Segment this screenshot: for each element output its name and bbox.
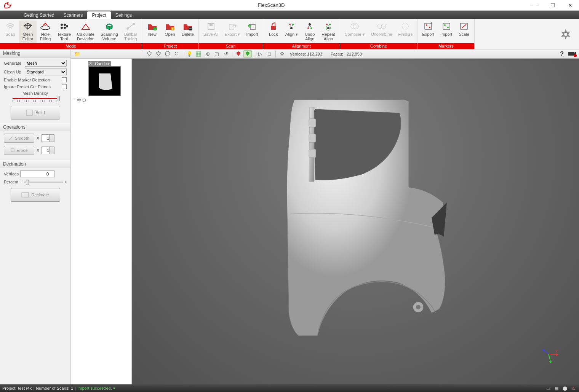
cleanup-select[interactable]: Standard: [25, 69, 67, 75]
deviation-icon: [80, 21, 91, 31]
reset-button[interactable]: ↺: [222, 50, 230, 58]
texture-icon: [58, 21, 70, 31]
align-button[interactable]: Align ▾: [282, 21, 301, 43]
status-alert-icon[interactable]: ⚠: [570, 385, 577, 391]
enable-marker-checkbox[interactable]: [62, 77, 67, 82]
markers-export-button[interactable]: Export: [419, 21, 437, 43]
thumb-tree[interactable]: ⋯ 👁 ⬡: [72, 98, 129, 103]
svg-point-43: [178, 52, 178, 53]
minimize-button[interactable]: —: [526, 0, 544, 11]
delete-button[interactable]: Delete: [179, 21, 197, 43]
ignore-planes-checkbox[interactable]: [62, 84, 67, 89]
hole-filling-button[interactable]: Hole Filling: [37, 21, 54, 43]
combine-button[interactable]: Combine ▾: [342, 21, 368, 43]
shade-wire-button[interactable]: [154, 50, 163, 58]
svg-point-26: [351, 24, 356, 29]
build-button[interactable]: Build: [11, 106, 60, 120]
folder-view-button[interactable]: 📁: [73, 50, 82, 58]
density-slider[interactable]: [13, 98, 58, 99]
play-button[interactable]: ▷: [256, 50, 264, 58]
texture-tool-button[interactable]: Texture Tool: [54, 21, 74, 43]
status-icon-2[interactable]: ▤: [553, 385, 560, 391]
vertices-count: 112,293: [307, 52, 322, 56]
tab-getting-started[interactable]: Getting Started: [19, 11, 59, 19]
svg-point-33: [429, 27, 430, 28]
save-icon: [205, 21, 217, 31]
finalize-button[interactable]: Finalize: [395, 21, 416, 43]
decimate-icon: [21, 192, 29, 198]
shade-flat-button[interactable]: [163, 50, 172, 58]
help-icon[interactable]: ?: [560, 51, 564, 57]
thumb-preview[interactable]: [88, 66, 121, 96]
car-door-mesh: [249, 84, 462, 359]
svg-rect-38: [26, 110, 32, 115]
mode-group-label: Mode: [0, 43, 142, 49]
calc-deviation-button[interactable]: Calculate Deviation: [74, 21, 98, 43]
erode-x-label: X: [37, 148, 39, 153]
svg-text:+: +: [154, 27, 156, 30]
finalize-icon: [400, 21, 411, 31]
svg-point-24: [329, 24, 331, 25]
scanning-volume-button[interactable]: Scanning Volume: [98, 21, 121, 43]
decimate-button[interactable]: Decimate: [11, 188, 60, 202]
hole-icon: [40, 21, 51, 31]
svg-point-18: [292, 24, 294, 25]
undo-align-button[interactable]: Undo Align: [301, 21, 318, 43]
generate-select[interactable]: Mesh: [25, 60, 67, 67]
svg-rect-13: [210, 24, 213, 26]
tab-project[interactable]: Project: [87, 11, 110, 19]
export-button[interactable]: Export ▾: [222, 21, 243, 43]
scan-button[interactable]: Scan: [2, 21, 19, 43]
new-button[interactable]: +New: [144, 21, 161, 43]
axis-gizmo[interactable]: x: [537, 343, 560, 365]
light-button[interactable]: 💡: [185, 50, 194, 58]
scan-group-label: Scan: [199, 43, 263, 49]
save-all-button[interactable]: Save All: [200, 21, 222, 43]
smooth-icon: [9, 136, 13, 140]
viewport-toolbar: 📁 💡 ⊕ ▢ ↺ ▷ □ ✥ Vertices: 112,293 Faces:…: [71, 49, 579, 59]
svg-point-1: [61, 24, 63, 26]
svg-point-35: [444, 24, 446, 26]
dec-percent-slider[interactable]: [24, 182, 62, 183]
svg-point-21: [310, 27, 312, 29]
markers-scale-button[interactable]: Scale: [455, 21, 473, 43]
maximize-button[interactable]: ☐: [544, 0, 561, 11]
svg-point-7: [133, 23, 135, 25]
3d-viewport[interactable]: x: [132, 59, 579, 384]
move-button[interactable]: ✥: [278, 50, 286, 58]
markers-import-button[interactable]: Import: [437, 21, 455, 43]
status-import-msg[interactable]: Import succeeded. ▾: [77, 386, 115, 391]
lock-button[interactable]: Lock: [265, 21, 282, 43]
ballbar-tuning-button[interactable]: Ballbar Tuning: [121, 21, 140, 43]
repeat-align-button[interactable]: Repeat Align: [318, 21, 338, 43]
dec-vertices-input[interactable]: [20, 171, 54, 177]
grid-button[interactable]: [194, 50, 203, 58]
brand-logo: [552, 19, 579, 49]
target-button[interactable]: ⊕: [203, 50, 212, 58]
tab-scanners[interactable]: Scanners: [59, 11, 88, 19]
svg-point-3: [61, 27, 63, 29]
shade-smooth-button[interactable]: [145, 50, 154, 58]
smooth-spinner[interactable]: 1: [42, 134, 54, 142]
close-button[interactable]: ✕: [561, 0, 579, 11]
shade-points-button[interactable]: [173, 50, 181, 58]
faces-count: 212,853: [347, 52, 362, 56]
select-face-button[interactable]: [243, 50, 252, 58]
box-button[interactable]: ▢: [213, 50, 221, 58]
erode-button[interactable]: Erode: [4, 146, 34, 155]
open-button[interactable]: Open: [161, 21, 179, 43]
status-icon-1[interactable]: ▭: [545, 385, 552, 391]
window-title: FlexScan3D: [16, 2, 526, 8]
svg-point-4: [64, 27, 66, 29]
select-mesh-button[interactable]: [234, 50, 243, 58]
mesh-editor-button[interactable]: Mesh Editor: [19, 21, 37, 43]
uncombine-button[interactable]: Uncombine: [368, 21, 395, 43]
status-icon-3[interactable]: ⬤: [561, 385, 568, 391]
smooth-x-label: X: [37, 136, 39, 140]
erode-spinner[interactable]: 1: [42, 147, 54, 154]
tab-settings[interactable]: Settings: [111, 11, 136, 19]
svg-point-5: [66, 25, 68, 27]
stop-button[interactable]: □: [265, 50, 274, 58]
smooth-button[interactable]: Smooth: [4, 134, 34, 143]
import-button[interactable]: Import: [243, 21, 261, 43]
